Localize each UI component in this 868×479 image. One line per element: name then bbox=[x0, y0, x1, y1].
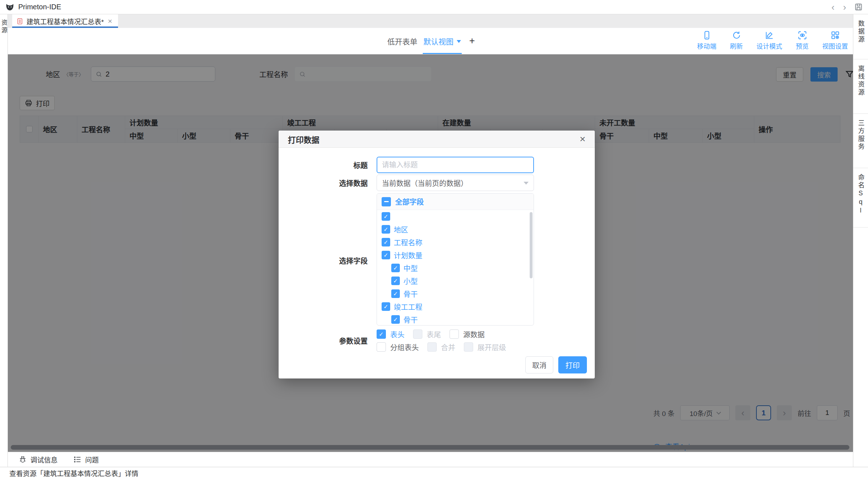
refresh-button[interactable]: 刷新 bbox=[730, 30, 743, 50]
param-expand-levels[interactable]: 展开层级 bbox=[464, 342, 506, 352]
checkbox-checked[interactable] bbox=[382, 225, 390, 234]
left-sidebar: 资源 bbox=[0, 14, 8, 467]
tree-item-planned[interactable]: 计划数量 bbox=[377, 249, 534, 262]
design-mode-icon bbox=[765, 30, 774, 40]
document-icon bbox=[16, 18, 23, 25]
dialog-body: 标题 选择数据 当前数据（当前页的数据） 选择字段 全部字段 bbox=[279, 148, 595, 373]
right-sidebar: 数据源 离线资源 三方服务 命名Sql bbox=[853, 14, 868, 467]
checkbox-checked[interactable] bbox=[391, 289, 400, 298]
checkbox-checked[interactable] bbox=[382, 251, 390, 259]
tab-low-code-form[interactable]: 低开表单 bbox=[387, 28, 417, 54]
debug-bar: 调试信息 问题 bbox=[8, 452, 853, 467]
tree-item-planned-backbone[interactable]: 骨干 bbox=[377, 287, 534, 300]
toolbar-actions: 移动端 刷新 设计模式 预览 bbox=[697, 30, 848, 50]
all-fields-checkbox-indeterminate[interactable] bbox=[382, 197, 391, 206]
cancel-button[interactable]: 取消 bbox=[525, 356, 553, 373]
param-merge[interactable]: 合并 bbox=[427, 342, 455, 352]
tree-root-row[interactable]: 全部字段 bbox=[377, 194, 534, 210]
param-table-footer[interactable]: 表尾 bbox=[413, 329, 441, 339]
sidebar-item-offline-resources[interactable]: 离线资源 bbox=[853, 59, 868, 114]
field-tree: 全部字段 地区 工程名称 计划数量 中型 小型 骨干 竣工工程 骨干 bbox=[377, 193, 534, 326]
params-row: 参数设置 表头 表尾 源数据 分组表头 合并 展开层级 bbox=[289, 328, 595, 353]
confirm-print-button[interactable]: 打印 bbox=[558, 356, 587, 373]
mobile-icon bbox=[702, 30, 712, 40]
sidebar-item-third-party-services[interactable]: 三方服务 bbox=[853, 114, 868, 168]
tree-item[interactable] bbox=[377, 210, 534, 223]
checkbox-disabled bbox=[427, 342, 437, 352]
params-label: 参数设置 bbox=[289, 336, 377, 346]
checkbox-unchecked[interactable] bbox=[377, 342, 386, 352]
checkbox-checked[interactable] bbox=[377, 329, 386, 339]
tab-close-icon[interactable]: × bbox=[108, 17, 112, 25]
checkbox-checked[interactable] bbox=[391, 264, 400, 272]
problems-label: 问题 bbox=[85, 455, 99, 464]
param-source-data[interactable]: 源数据 bbox=[450, 329, 485, 339]
preview-icon bbox=[798, 30, 807, 40]
data-source-value: 当前数据（当前页的数据） bbox=[382, 178, 468, 188]
sidebar-item-resources[interactable]: 资源 bbox=[1, 19, 7, 467]
fields-label: 选择字段 bbox=[289, 255, 377, 266]
fields-row: 选择字段 全部字段 地区 工程名称 计划数量 中型 小型 骨干 竣工工程 骨干 bbox=[289, 193, 595, 328]
debug-info-tab[interactable]: 调试信息 bbox=[19, 455, 58, 464]
param-table-header[interactable]: 表头 bbox=[377, 329, 404, 339]
document-tab-strip: 建筑工程基本情况汇总表* × bbox=[8, 14, 853, 28]
checkbox-checked[interactable] bbox=[382, 212, 390, 221]
app-window: Primeton-IDE ‹ › 资源 建筑工程基本情况汇总表* × bbox=[0, 0, 868, 479]
nav-forward-icon[interactable]: › bbox=[842, 3, 847, 12]
debug-info-label: 调试信息 bbox=[30, 455, 58, 464]
param-group-header[interactable]: 分组表头 bbox=[377, 342, 419, 352]
checkbox-unchecked[interactable] bbox=[450, 329, 459, 339]
checkbox-checked[interactable] bbox=[391, 277, 400, 285]
chevron-down-icon bbox=[524, 182, 529, 187]
chevron-down-icon bbox=[457, 40, 461, 45]
sidebar-item-named-sql[interactable]: 命名Sql bbox=[853, 168, 868, 228]
refresh-icon bbox=[732, 30, 741, 40]
bug-icon bbox=[19, 455, 27, 464]
tab-default-view-label: 默认视图 bbox=[423, 36, 453, 47]
checkbox-disabled bbox=[464, 342, 473, 352]
checkbox-checked[interactable] bbox=[382, 302, 390, 311]
print-data-dialog: 打印数据 × 标题 选择数据 当前数据（当前页的数据） 选择字段 bbox=[279, 131, 595, 378]
title-field-label: 标题 bbox=[289, 160, 377, 170]
close-icon[interactable]: × bbox=[580, 134, 585, 144]
checkbox-checked[interactable] bbox=[382, 238, 390, 246]
title-field-row: 标题 bbox=[289, 157, 595, 173]
tree-item-planned-medium[interactable]: 中型 bbox=[377, 262, 534, 274]
app-logo-icon bbox=[5, 2, 15, 12]
tab-report-summary[interactable]: 建筑工程基本情况汇总表* × bbox=[12, 14, 118, 28]
nav-back-icon[interactable]: ‹ bbox=[831, 3, 835, 12]
checkbox-checked[interactable] bbox=[391, 315, 400, 324]
design-mode-button[interactable]: 设计模式 bbox=[756, 30, 782, 50]
problems-tab[interactable]: 问题 bbox=[73, 455, 99, 464]
all-fields-label: 全部字段 bbox=[395, 196, 424, 207]
view-settings-icon bbox=[830, 30, 840, 40]
save-icon[interactable] bbox=[854, 3, 863, 11]
tree-item-project[interactable]: 工程名称 bbox=[377, 236, 534, 249]
view-settings-button[interactable]: 视图设置 bbox=[822, 30, 848, 50]
sidebar-item-datasource[interactable]: 数据源 bbox=[853, 14, 868, 59]
view-toolbar: 低开表单 默认视图 + 移动端 刷新 bbox=[8, 28, 853, 54]
tree-item-region[interactable]: 地区 bbox=[377, 223, 534, 236]
tree-scrollbar[interactable] bbox=[530, 212, 533, 278]
status-text: 查看资源「建筑工程基本情况汇总表」详情 bbox=[9, 468, 138, 478]
window-title: Primeton-IDE bbox=[18, 3, 61, 11]
dialog-header: 打印数据 × bbox=[279, 131, 595, 148]
dialog-title: 打印数据 bbox=[288, 133, 319, 145]
dialog-footer: 取消 打印 bbox=[289, 353, 595, 373]
add-view-button[interactable]: + bbox=[469, 28, 475, 54]
status-bar: 查看资源「建筑工程基本情况汇总表」详情 bbox=[0, 467, 868, 479]
data-select-label: 选择数据 bbox=[289, 178, 377, 188]
title-bar: Primeton-IDE ‹ › bbox=[0, 0, 868, 14]
tree-item-planned-small[interactable]: 小型 bbox=[377, 274, 534, 287]
preview-button[interactable]: 预览 bbox=[796, 30, 809, 50]
list-icon bbox=[73, 455, 82, 464]
params-options: 表头 表尾 源数据 分组表头 合并 展开层级 bbox=[377, 328, 506, 353]
mobile-button[interactable]: 移动端 bbox=[697, 30, 716, 50]
checkbox-disabled bbox=[413, 329, 422, 339]
tree-item-completed[interactable]: 竣工工程 bbox=[377, 300, 534, 313]
tab-label: 建筑工程基本情况汇总表* bbox=[26, 16, 104, 26]
tree-item-completed-backbone[interactable]: 骨干 bbox=[377, 313, 534, 326]
tab-default-view[interactable]: 默认视图 bbox=[423, 28, 462, 54]
data-source-select[interactable]: 当前数据（当前页的数据） bbox=[377, 175, 534, 191]
title-input[interactable] bbox=[377, 157, 534, 173]
